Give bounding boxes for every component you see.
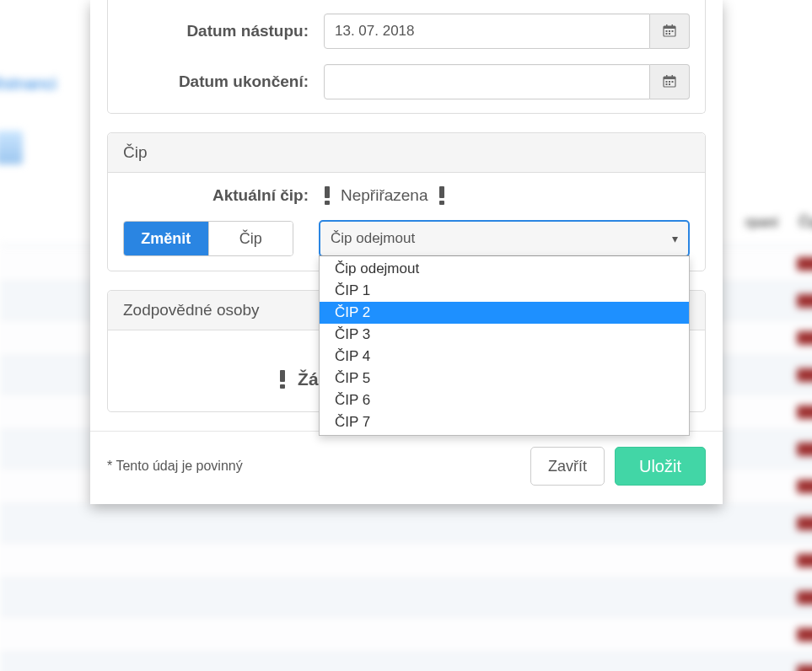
svg-rect-4 <box>666 30 668 32</box>
label-start-date: Datum nástupu: <box>123 22 324 40</box>
chip-option[interactable]: ČIP 7 <box>320 411 689 433</box>
svg-rect-3 <box>672 24 674 27</box>
close-button[interactable]: Zavřít <box>530 447 605 486</box>
chip-option[interactable]: Čip odejmout <box>320 258 689 280</box>
start-date-input[interactable] <box>324 13 650 49</box>
logo-crest <box>0 131 23 164</box>
svg-rect-13 <box>666 81 668 83</box>
svg-rect-17 <box>669 83 670 85</box>
chip-select-value: Čip odejmout <box>331 230 415 247</box>
panel-chip: Čip Aktuální čip: Nepřiřazena Změnit <box>107 132 706 271</box>
calendar-icon <box>663 74 676 90</box>
panel-chip-heading: Čip <box>108 133 705 173</box>
required-note: * Tento údaj je povinný <box>107 459 243 474</box>
chip-option[interactable]: ČIP 6 <box>320 389 689 411</box>
exclamation-icon <box>279 370 286 389</box>
exclamation-icon <box>438 186 445 205</box>
chip-select[interactable]: Čip odejmout ▾ <box>319 220 690 257</box>
end-date-input[interactable] <box>324 64 650 99</box>
save-button[interactable]: Uložit <box>615 447 706 486</box>
svg-rect-7 <box>666 33 668 35</box>
svg-rect-11 <box>666 75 668 78</box>
chip-option[interactable]: ČIP 2 <box>320 302 689 324</box>
label-current-chip: Aktuální čip: <box>123 186 324 205</box>
chip-option[interactable]: ČIP 3 <box>320 324 689 346</box>
svg-rect-2 <box>666 24 668 27</box>
label-end-date: Datum ukončení: <box>123 72 324 91</box>
exclamation-icon <box>324 186 331 205</box>
calendar-icon <box>663 24 676 40</box>
end-date-picker-button[interactable] <box>650 64 690 99</box>
svg-rect-16 <box>666 83 668 85</box>
chip-option[interactable]: ČIP 4 <box>320 346 689 368</box>
start-date-picker-button[interactable] <box>650 13 690 49</box>
svg-rect-5 <box>669 30 670 32</box>
svg-rect-8 <box>669 33 670 35</box>
chip-mode-toggle: Změnit Čip <box>123 221 293 256</box>
svg-rect-1 <box>664 26 675 29</box>
sidebar-nav-text: městnanci <box>0 74 56 94</box>
chip-option[interactable]: ČIP 5 <box>320 368 689 389</box>
employee-edit-modal: Datum nástupu: Datum ukončení: <box>90 0 723 504</box>
svg-rect-15 <box>672 81 674 83</box>
svg-rect-12 <box>672 75 674 78</box>
chevron-down-icon: ▾ <box>672 232 678 245</box>
panel-dates: Datum nástupu: Datum ukončení: <box>107 0 706 114</box>
svg-rect-14 <box>669 81 670 83</box>
table-header-fragment: rpaní Čip <box>729 215 812 230</box>
chip-option[interactable]: ČIP 1 <box>320 280 689 302</box>
current-chip-value: Nepřiřazena <box>324 186 690 205</box>
toggle-chip[interactable]: Čip <box>208 222 293 255</box>
toggle-change[interactable]: Změnit <box>124 222 208 255</box>
chip-select-dropdown: Čip odejmoutČIP 1ČIP 2ČIP 3ČIP 4ČIP 5ČIP… <box>319 255 690 436</box>
svg-rect-6 <box>672 30 674 32</box>
svg-rect-10 <box>664 77 675 79</box>
